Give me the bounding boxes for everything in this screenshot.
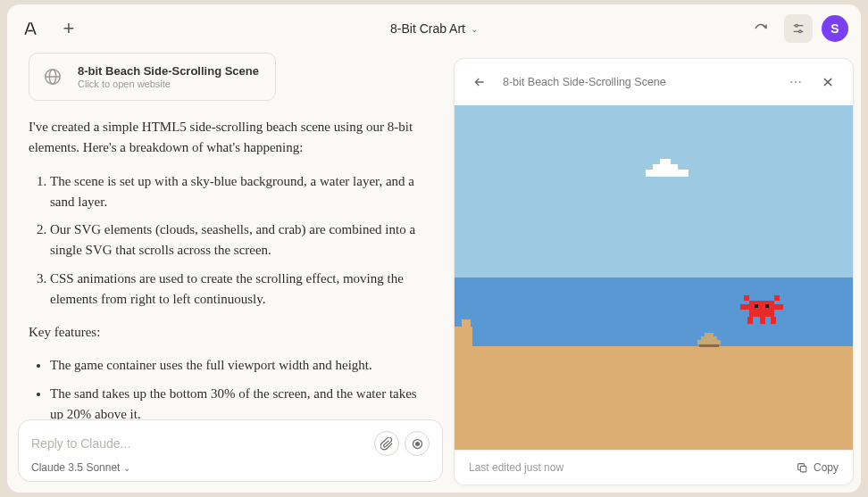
- list-item: The sand takes up the bottom 30% of the …: [50, 384, 432, 420]
- svg-rect-35: [755, 304, 758, 308]
- preview-cloud-sprite: [642, 159, 692, 180]
- svg-rect-25: [697, 340, 721, 344]
- message-scroll[interactable]: 8-bit Beach Side-Scrolling Scene Click t…: [7, 53, 454, 419]
- features-label: Key features:: [29, 322, 432, 343]
- chevron-down-icon: ⌄: [471, 24, 478, 34]
- user-avatar[interactable]: S: [822, 15, 848, 42]
- copy-label: Copy: [814, 461, 839, 474]
- svg-rect-27: [744, 295, 749, 301]
- svg-rect-37: [800, 466, 806, 472]
- preview-sand-sprite: [455, 319, 472, 350]
- artifact-panel-title: 8-bit Beach Side-Scrolling Scene: [503, 76, 666, 88]
- svg-rect-24: [701, 336, 717, 340]
- preview-sky-layer: [455, 105, 853, 277]
- svg-rect-26: [699, 344, 719, 347]
- artifact-card-subtitle: Click to open website: [78, 79, 259, 89]
- header-bar: + 8-Bit Crab Art ⌄ S: [7, 4, 861, 53]
- svg-point-13: [790, 81, 792, 83]
- message-ordered-list: The scene is set up with a sky-blue back…: [29, 171, 432, 311]
- svg-rect-23: [705, 333, 714, 336]
- globe-icon: [38, 62, 67, 91]
- svg-point-12: [415, 442, 419, 445]
- svg-rect-21: [462, 319, 471, 327]
- close-button[interactable]: [814, 68, 842, 96]
- chat-pane: 8-bit Beach Side-Scrolling Scene Click t…: [7, 53, 454, 493]
- artifact-panel-actions: [781, 68, 842, 96]
- app-window: + 8-Bit Crab Art ⌄ S: [7, 4, 861, 493]
- conversation-title[interactable]: 8-Bit Crab Art ⌄: [390, 21, 478, 36]
- new-chat-button[interactable]: +: [55, 15, 82, 42]
- assistant-message: I've created a simple HTML5 side-scrolli…: [29, 117, 432, 419]
- svg-rect-28: [774, 295, 780, 301]
- artifact-card-text: 8-bit Beach Side-Scrolling Scene Click t…: [78, 64, 259, 89]
- list-item: CSS animations are used to create the sc…: [50, 269, 432, 311]
- artifact-panel-footer: Last edited just now Copy: [455, 450, 853, 485]
- svg-rect-33: [760, 317, 765, 324]
- back-button[interactable]: [465, 68, 494, 96]
- preview-crab-sprite: [740, 295, 783, 327]
- share-button[interactable]: [747, 14, 775, 43]
- artifact-card[interactable]: 8-bit Beach Side-Scrolling Scene Click t…: [29, 53, 276, 101]
- svg-point-3: [799, 30, 802, 33]
- avatar-letter: S: [830, 21, 839, 36]
- copy-button[interactable]: Copy: [797, 461, 839, 474]
- model-selector[interactable]: Claude 3.5 Sonnet ⌄: [31, 461, 430, 474]
- svg-rect-34: [771, 317, 776, 324]
- header-actions: S: [747, 14, 848, 43]
- artifact-panel: 8-bit Beach Side-Scrolling Scene: [454, 58, 854, 485]
- preview-sand-layer: [455, 346, 853, 450]
- svg-rect-20: [646, 170, 689, 177]
- model-name: Claude 3.5 Sonnet: [31, 461, 120, 474]
- svg-rect-30: [740, 304, 749, 310]
- composer-row: [31, 431, 430, 456]
- message-intro: I've created a simple HTML5 side-scrolli…: [29, 117, 432, 159]
- settings-button[interactable]: [784, 14, 813, 43]
- preview-water-layer: [455, 277, 853, 346]
- artifact-panel-header: 8-bit Beach Side-Scrolling Scene: [455, 59, 853, 105]
- svg-rect-18: [660, 159, 671, 164]
- attach-button[interactable]: [374, 431, 399, 456]
- preview-shell-sprite: [697, 333, 721, 351]
- svg-point-14: [795, 81, 797, 83]
- main-area: 8-bit Beach Side-Scrolling Scene Click t…: [7, 53, 861, 493]
- svg-point-2: [796, 24, 798, 27]
- list-item: Our SVG elements (clouds, seashells, and…: [50, 220, 432, 261]
- artifact-card-title: 8-bit Beach Side-Scrolling Scene: [78, 64, 259, 78]
- list-item: The scene is set up with a sky-blue back…: [50, 171, 432, 213]
- message-bullet-list: The game container uses the full viewpor…: [29, 355, 432, 419]
- conversation-title-text: 8-Bit Crab Art: [390, 21, 465, 36]
- svg-rect-36: [765, 304, 769, 308]
- svg-point-15: [799, 81, 801, 83]
- anthropic-logo[interactable]: [20, 18, 41, 39]
- composer-actions: [374, 431, 430, 456]
- chevron-down-icon: ⌄: [123, 463, 130, 473]
- svg-rect-31: [774, 304, 783, 310]
- svg-rect-32: [747, 317, 753, 324]
- svg-rect-29: [749, 301, 774, 317]
- more-button[interactable]: [781, 68, 810, 96]
- artifact-preview[interactable]: [455, 105, 853, 450]
- reply-input[interactable]: [31, 436, 374, 451]
- footer-status: Last edited just now: [469, 461, 563, 474]
- composer: Claude 3.5 Sonnet ⌄: [18, 419, 443, 482]
- svg-rect-19: [653, 164, 678, 170]
- svg-rect-22: [455, 327, 472, 346]
- record-button[interactable]: [405, 431, 430, 456]
- list-item: The game container uses the full viewpor…: [50, 355, 432, 376]
